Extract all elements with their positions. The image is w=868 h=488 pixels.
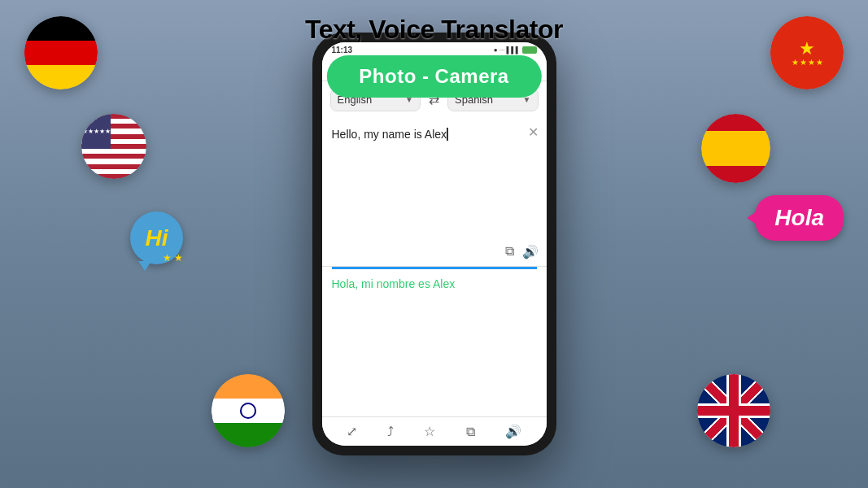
star-icon[interactable]: ☆ [424,424,435,439]
input-action-icons: ⧉ 🔊 [505,244,539,259]
battery-icon [522,46,537,54]
german-flag [24,16,98,89]
uk-flag [697,374,770,447]
bottom-action-bar: ⤢ ⤴ ☆ ⧉ 🔊 [322,416,547,446]
translated-text: Hola, mi nombre es Alex [332,277,537,290]
phone-screen: 11:13 ● ··· ▌▌▌ ← Translation English ▼ … [322,42,547,446]
speaker-icon[interactable]: 🔊 [522,244,539,259]
input-text: Hello, my name is Alex [332,126,537,143]
copy-icon[interactable]: ⧉ [505,244,514,259]
speaker-bottom-icon[interactable]: 🔊 [505,424,521,439]
translation-output: Hola, mi nombre es Alex [322,269,547,417]
app-title: Text, Voice Translator [305,15,563,45]
china-flag: ★ ★★★★ [770,16,844,89]
status-time: 11:13 [332,46,353,54]
hola-bubble: Hola [755,195,844,241]
expand-icon[interactable]: ⤢ [347,424,357,439]
usa-flag: ★★★★★★★★★ [81,114,146,179]
spain-flag [701,114,770,183]
copy-bottom-icon[interactable]: ⧉ [466,425,475,439]
decoration-stars: ★ ★ [163,252,183,264]
photo-camera-button[interactable]: Photo - Camera [326,55,541,98]
signal-icon: ▌▌▌ [506,46,520,54]
status-icons: ● ··· ▌▌▌ [494,46,537,54]
main-container: Text, Voice Translator Photo - Camera ★ … [0,0,868,488]
text-input-area[interactable]: Hello, my name is Alex ✕ ⧉ 🔊 [322,118,547,267]
india-flag [212,374,285,447]
share-icon[interactable]: ⤴ [387,425,394,439]
clear-button[interactable]: ✕ [528,124,539,140]
text-cursor [447,128,448,141]
